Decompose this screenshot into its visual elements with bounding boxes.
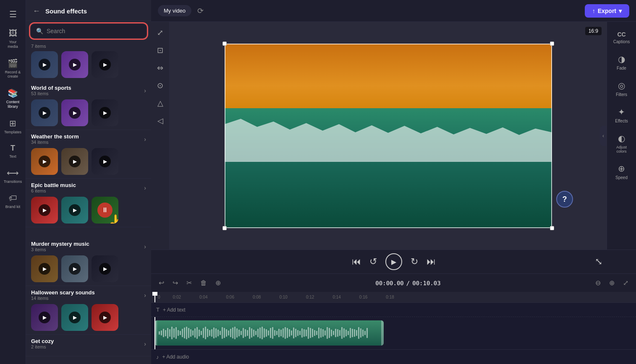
right-panel-label: Speed bbox=[615, 175, 628, 180]
fullscreen-button[interactable]: ⤡ bbox=[595, 256, 602, 267]
right-panel-item-filters[interactable]: ◎ Filters bbox=[609, 76, 634, 101]
sound-thumb[interactable]: ▶ bbox=[31, 99, 58, 126]
sound-thumb-playing[interactable]: ⏸ 👆 bbox=[92, 197, 118, 224]
sidebar-item-your-media[interactable]: 🖼 Your media bbox=[1, 24, 25, 53]
position-button[interactable]: ◁ bbox=[153, 113, 168, 128]
panel-header: ← Sound effects bbox=[26, 0, 151, 21]
sound-thumb[interactable]: ▶ bbox=[61, 304, 88, 331]
video-clip[interactable]: // We'll render waveform bars via templa… bbox=[154, 320, 384, 346]
chevron-right-icon: › bbox=[144, 341, 146, 347]
category-title: Weather the storm bbox=[31, 133, 79, 140]
right-panel-label: Effects bbox=[615, 119, 628, 123]
expand-timeline-button[interactable]: ⤢ bbox=[620, 277, 631, 289]
sound-thumb[interactable]: ▶ bbox=[31, 304, 58, 331]
sound-thumb[interactable]: ▶ bbox=[61, 148, 88, 175]
sidebar-menu-button[interactable]: ☰ bbox=[1, 5, 25, 23]
sound-thumb[interactable]: ▶ bbox=[61, 99, 88, 126]
category-header[interactable]: Weather the storm 34 items › bbox=[31, 133, 146, 145]
right-panel-item-captions[interactable]: CC Captions bbox=[609, 27, 634, 48]
brand-kit-icon: 🏷 bbox=[9, 193, 17, 203]
topbar-save-icon[interactable]: ⟳ bbox=[195, 4, 206, 18]
ruler-mark: 0:02 bbox=[164, 295, 190, 299]
sidebar-item-label: Record & create bbox=[4, 70, 22, 79]
search-input[interactable] bbox=[47, 28, 141, 34]
panel-collapse-button[interactable]: ‹ bbox=[600, 126, 607, 146]
expand-button[interactable]: ⤢ bbox=[153, 25, 168, 40]
transitions-icon: ⟷ bbox=[7, 168, 19, 178]
category-header[interactable]: Epic battle music 6 items › bbox=[31, 182, 146, 193]
timeline-section: ↩ ↪ ✂ 🗑 ⊕ 00:00.00 / 00:10.03 ⊖ ⊕ ⤢ bbox=[151, 273, 636, 364]
help-button[interactable]: ? bbox=[556, 191, 573, 208]
resize-handle-bl[interactable] bbox=[222, 226, 227, 230]
zoom-out-button[interactable]: ⊖ bbox=[593, 277, 603, 289]
play-pause-button[interactable]: ▶ bbox=[385, 253, 402, 270]
undo-button[interactable]: ↩ bbox=[156, 277, 167, 289]
sidebar-item-templates[interactable]: ⊞ Templates bbox=[1, 114, 25, 139]
play-icon: ▶ bbox=[39, 107, 50, 119]
zoom-in-button[interactable]: ⊕ bbox=[607, 277, 617, 289]
sidebar-item-brand-kit[interactable]: 🏷 Brand kit bbox=[1, 189, 25, 213]
sound-thumb[interactable]: ▶ bbox=[31, 255, 58, 282]
right-panel: CC Captions ◑ Fade ◎ Filters ✦ Effects ◐… bbox=[607, 22, 636, 250]
clip-handle-right[interactable] bbox=[381, 320, 384, 346]
align-button[interactable]: △ bbox=[153, 96, 168, 111]
category-weather-the-storm: Weather the storm 34 items › ▶ ▶ ▶ bbox=[26, 130, 151, 179]
panel-scroll[interactable]: 7 items ▶ ▶ ▶ World of spor bbox=[26, 41, 151, 364]
redo-button[interactable]: ↪ bbox=[170, 277, 181, 289]
play-icon: ▶ bbox=[69, 312, 81, 323]
ruler-mark: 0:14 bbox=[323, 295, 350, 299]
sidebar-item-text[interactable]: T Text bbox=[1, 140, 25, 163]
add-audio-label[interactable]: + Add audio bbox=[162, 354, 189, 360]
fade-icon: ◑ bbox=[618, 54, 625, 64]
sound-thumb[interactable]: ▶ bbox=[31, 51, 58, 78]
menu-icon: ☰ bbox=[9, 9, 17, 19]
zoom-fit-button[interactable]: ⊙ bbox=[153, 78, 168, 93]
category-header[interactable]: Murder mystery music 3 items › bbox=[31, 241, 146, 252]
flip-button[interactable]: ⇔ bbox=[153, 60, 168, 75]
right-panel-item-effects[interactable]: ✦ Effects bbox=[609, 103, 634, 127]
category-header[interactable]: Halloween scary sounds 14 items › bbox=[31, 289, 146, 301]
resize-handle-tr[interactable] bbox=[550, 42, 554, 46]
skip-back-button[interactable]: ⏮ bbox=[352, 256, 361, 267]
sound-thumb[interactable]: ▶ bbox=[92, 255, 118, 282]
category-header[interactable]: Get cozy 2 items › bbox=[31, 338, 146, 349]
sidebar-item-record[interactable]: 🎬 Record & create bbox=[1, 54, 25, 83]
resize-handle-tl[interactable] bbox=[222, 42, 227, 46]
crop-button[interactable]: ⊡ bbox=[153, 43, 168, 58]
export-button[interactable]: ↑ Export ▾ bbox=[585, 4, 629, 18]
sidebar-item-transitions[interactable]: ⟷ Transitions bbox=[1, 164, 25, 188]
timeline-tools: ↩ ↪ ✂ 🗑 ⊕ bbox=[156, 277, 223, 289]
playback-controls: ⏮ ↺ ▶ ↻ ⏭ ⤡ bbox=[151, 250, 636, 273]
cut-button[interactable]: ✂ bbox=[184, 277, 194, 289]
sound-thumb[interactable]: ▶ bbox=[31, 148, 58, 175]
sidebar-item-content-library[interactable]: 📚 Content library bbox=[1, 84, 25, 113]
back-button[interactable]: ← bbox=[31, 6, 42, 16]
sound-thumb[interactable]: ▶ bbox=[61, 51, 88, 78]
total-time: 00:10.03 bbox=[412, 280, 440, 286]
sound-thumb[interactable]: ▶ bbox=[92, 51, 118, 78]
delete-button[interactable]: 🗑 bbox=[198, 278, 209, 289]
play-icon: ▶ bbox=[69, 156, 81, 167]
right-panel-item-adjust-colors[interactable]: ◐ Adjust colors bbox=[609, 129, 634, 158]
export-icon: ↑ bbox=[592, 8, 595, 14]
resize-handle-br[interactable] bbox=[550, 226, 554, 230]
add-text-label[interactable]: + Add text bbox=[163, 307, 186, 313]
sound-thumb[interactable]: ▶ bbox=[92, 304, 118, 331]
playhead[interactable] bbox=[154, 292, 155, 302]
sound-thumb[interactable]: ▶ bbox=[92, 148, 118, 175]
forward-5s-button[interactable]: ↻ bbox=[411, 256, 418, 267]
right-panel-item-speed[interactable]: ⊕ Speed bbox=[609, 159, 634, 184]
category-title: Murder mystery music bbox=[31, 241, 89, 247]
video-tab[interactable]: My video bbox=[158, 5, 191, 16]
sound-thumb[interactable]: ▶ bbox=[31, 197, 58, 224]
category-title: Get cozy bbox=[31, 338, 54, 344]
skip-forward-button[interactable]: ⏭ bbox=[427, 256, 436, 267]
save-clip-button[interactable]: ⊕ bbox=[213, 277, 223, 289]
play-icon: ▶ bbox=[99, 107, 111, 119]
rewind-5s-button[interactable]: ↺ bbox=[369, 256, 377, 267]
right-panel-item-fade[interactable]: ◑ Fade bbox=[609, 50, 634, 75]
sound-thumb[interactable]: ▶ bbox=[61, 197, 88, 224]
sound-thumb[interactable]: ▶ bbox=[92, 99, 118, 126]
sound-thumb[interactable]: ▶ bbox=[61, 255, 88, 282]
category-header[interactable]: World of sports 53 items › bbox=[31, 85, 146, 96]
